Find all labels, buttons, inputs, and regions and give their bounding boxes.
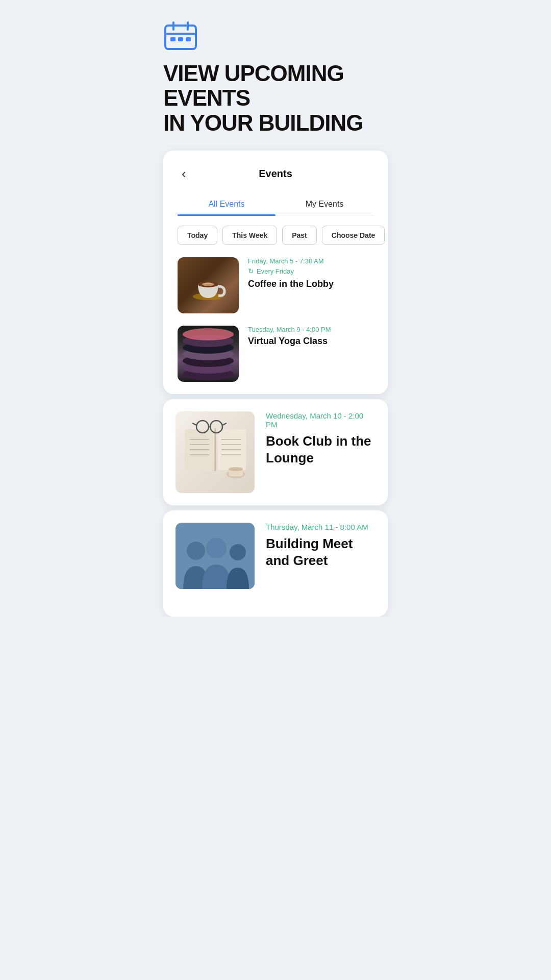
event-card-book[interactable]: Wednesday, March 10 - 2:00 PM Book Club … bbox=[163, 399, 388, 505]
tab-my-events[interactable]: My Events bbox=[276, 193, 373, 215]
event-name-book: Book Club in the Lounge bbox=[266, 433, 375, 466]
event-info-book: Wednesday, March 10 - 2:00 PM Book Club … bbox=[266, 411, 375, 466]
event-name-meetgreet: Building Meet and Greet bbox=[266, 535, 375, 569]
event-date-yoga: Tuesday, March 9 - 4:00 PM bbox=[248, 326, 373, 333]
tab-all-events[interactable]: All Events bbox=[178, 193, 276, 215]
event-info-coffee: Friday, March 5 - 7:30 AM ↻ Every Friday… bbox=[248, 257, 373, 290]
event-name-coffee: Coffee in the Lobby bbox=[248, 278, 373, 290]
svg-rect-40 bbox=[176, 523, 255, 589]
recur-icon: ↻ bbox=[248, 267, 254, 275]
svg-rect-4 bbox=[170, 37, 176, 41]
event-item-coffee[interactable]: Friday, March 5 - 7:30 AM ↻ Every Friday… bbox=[178, 257, 373, 313]
back-button[interactable]: ‹ bbox=[178, 165, 190, 182]
event-thumb-book bbox=[176, 411, 255, 493]
filter-choose-date[interactable]: Choose Date bbox=[322, 226, 385, 245]
svg-point-35 bbox=[229, 467, 243, 471]
filter-today[interactable]: Today bbox=[178, 226, 217, 245]
svg-point-16 bbox=[183, 328, 234, 340]
page-title: VIEW UPCOMING EVENTS IN YOUR BUILDING bbox=[163, 61, 388, 135]
event-recur-coffee: ↻ Every Friday bbox=[248, 267, 373, 275]
svg-rect-6 bbox=[186, 37, 191, 41]
event-info-yoga: Tuesday, March 9 - 4:00 PM Virtual Yoga … bbox=[248, 326, 373, 347]
filter-row: Today This Week Past Choose Date bbox=[178, 226, 373, 245]
calendar-icon bbox=[163, 20, 388, 53]
event-thumb-meetgreet bbox=[176, 523, 255, 604]
filter-past[interactable]: Past bbox=[282, 226, 317, 245]
event-info-meetgreet: Thursday, March 11 - 8:00 AM Building Me… bbox=[266, 523, 375, 569]
filter-this-week[interactable]: This Week bbox=[222, 226, 277, 245]
event-name-yoga: Virtual Yoga Class bbox=[248, 335, 373, 347]
event-date-book: Wednesday, March 10 - 2:00 PM bbox=[266, 411, 375, 429]
event-card-meetgreet[interactable]: Thursday, March 11 - 8:00 AM Building Me… bbox=[163, 510, 388, 617]
event-date-meetgreet: Thursday, March 11 - 8:00 AM bbox=[266, 523, 375, 531]
svg-line-32 bbox=[222, 423, 227, 425]
event-date-coffee: Friday, March 5 - 7:30 AM bbox=[248, 257, 373, 265]
svg-rect-5 bbox=[178, 37, 183, 41]
events-card: ‹ Events All Events My Events Today This… bbox=[163, 151, 388, 394]
page-background: VIEW UPCOMING EVENTS IN YOUR BUILDING ‹ … bbox=[138, 0, 413, 617]
tabs-container: All Events My Events bbox=[178, 193, 373, 215]
svg-line-31 bbox=[192, 423, 196, 425]
card-header: ‹ Events bbox=[178, 165, 373, 182]
event-thumb-yoga bbox=[178, 326, 239, 382]
card-title: Events bbox=[259, 168, 292, 180]
svg-point-29 bbox=[210, 421, 222, 433]
event-item-yoga[interactable]: Tuesday, March 9 - 4:00 PM Virtual Yoga … bbox=[178, 326, 373, 382]
event-thumb-coffee bbox=[178, 257, 239, 313]
